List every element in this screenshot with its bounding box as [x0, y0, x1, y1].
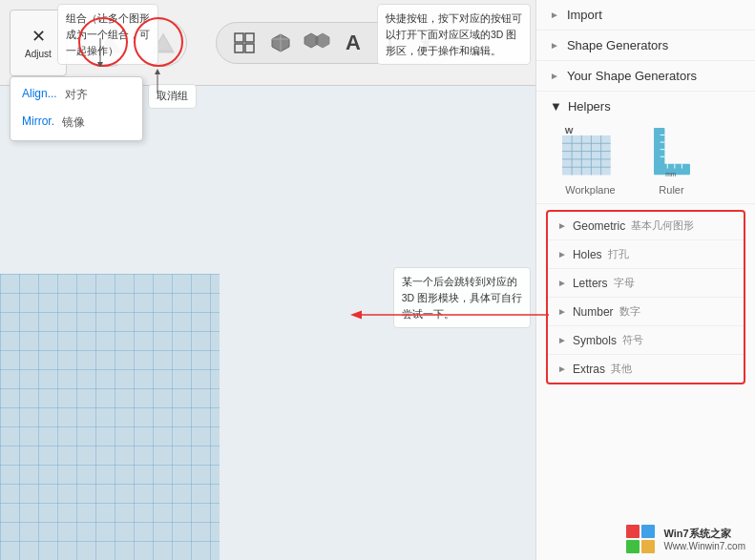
import-section[interactable]: ► Import	[536, 0, 755, 31]
watermark: Win7系统之家 Www.Winwin7.com	[625, 524, 745, 554]
ruler-icon-box: mm	[640, 123, 703, 180]
multi-cube-icon	[304, 31, 330, 54]
letters-label-en: Letters	[573, 277, 608, 290]
extras-label-cn: 其他	[611, 362, 632, 376]
holes-category[interactable]: ► Holes 打孔	[548, 240, 744, 269]
svg-rect-39	[641, 540, 655, 553]
helpers-arrow: ▼	[550, 99, 562, 114]
mirror-label-cn: 镜像	[62, 114, 85, 131]
ruler-icon: mm	[648, 126, 696, 178]
svg-rect-38	[626, 540, 640, 553]
svg-text:mm: mm	[665, 171, 677, 177]
number-category[interactable]: ► Number 数字	[548, 298, 744, 326]
cube-icon	[269, 31, 292, 54]
geometric-arrow: ►	[557, 220, 567, 231]
adjust-icon: ✕	[31, 26, 46, 47]
extras-category[interactable]: ► Extras 其他	[548, 355, 744, 383]
holes-arrow: ►	[557, 249, 567, 259]
your-shape-generators-arrow: ►	[550, 71, 559, 81]
letters-arrow: ►	[557, 278, 567, 288]
shape-generators-label: Shape Generators	[567, 38, 668, 52]
mirror-menu-item[interactable]: Mirror. 镜像	[10, 109, 142, 136]
svg-rect-13	[562, 135, 611, 175]
import-arrow: ►	[550, 10, 559, 20]
grid-view-button[interactable]	[230, 29, 259, 57]
number-label-en: Number	[573, 305, 614, 319]
shape-generators-arrow: ►	[550, 40, 559, 51]
watermark-site: Win7系统之家	[663, 527, 745, 541]
mirror-label-en: Mirror.	[22, 114, 54, 131]
ruler-label: Ruler	[659, 184, 683, 196]
helpers-label: Helpers	[568, 99, 611, 114]
group-annotation-text: 组合（让多个图形成为一个组合，可一起操作）	[66, 12, 150, 56]
letters-label-cn: 字母	[614, 276, 635, 290]
shape-generators-section[interactable]: ► Shape Generators	[536, 31, 755, 61]
symbols-arrow: ►	[557, 335, 567, 345]
geometric-label-en: Geometric	[573, 219, 625, 233]
geometric-category[interactable]: ► Geometric 基本几何图形	[548, 212, 744, 240]
helpers-title[interactable]: ▼ Helpers	[550, 99, 742, 114]
background-grid	[0, 274, 220, 560]
your-shape-generators-section[interactable]: ► Your Shape Generators	[536, 61, 755, 92]
number-label-cn: 数字	[619, 304, 640, 319]
svg-rect-5	[245, 33, 254, 42]
text-button[interactable]: A	[339, 29, 367, 57]
number-arrow: ►	[557, 306, 567, 317]
grid-icon	[233, 31, 256, 54]
holes-label-cn: 打孔	[608, 247, 629, 261]
helpers-section: ▼ Helpers	[536, 92, 755, 204]
side-panel: ► Import ► Shape Generators ► Your Shape…	[535, 0, 755, 560]
jump-annotation: 某一个后会跳转到对应的3D 图形模块，具体可自行尝试一下。	[393, 267, 531, 328]
workplane-item[interactable]: W Workplane	[559, 123, 621, 196]
align-label-cn: 对齐	[65, 87, 88, 103]
extras-arrow: ►	[557, 363, 567, 374]
adjust-dropdown: Align... 对齐 Mirror. 镜像	[10, 76, 143, 141]
extras-label-en: Extras	[573, 363, 605, 376]
symbols-label-en: Symbols	[573, 334, 617, 347]
ruler-item[interactable]: mm Ruler	[640, 123, 703, 196]
holes-label-en: Holes	[573, 248, 602, 261]
quickbar-annotation: 快捷按钮，按下对应的按钮可以打开下面对应区域的3D 图形区，便于操作和编辑。	[377, 4, 531, 65]
ungroup-annotation: 取消组	[148, 84, 197, 109]
workplane-icon: W	[562, 126, 619, 178]
symbols-label-cn: 符号	[622, 333, 643, 347]
cube-button[interactable]	[266, 29, 295, 57]
watermark-url: Www.Winwin7.com	[663, 541, 745, 551]
workplane-icon-box: W	[559, 123, 621, 180]
svg-marker-12	[316, 33, 329, 48]
your-shape-generators-label: Your Shape Generators	[567, 69, 697, 83]
workplane-label: Workplane	[565, 184, 615, 196]
watermark-text-block: Win7系统之家 Www.Winwin7.com	[663, 527, 745, 551]
adjust-label: Adjust	[25, 49, 52, 59]
svg-text:W: W	[564, 126, 573, 135]
letters-category[interactable]: ► Letters 字母	[548, 269, 744, 298]
multi-cube-button[interactable]	[303, 29, 331, 57]
symbols-category[interactable]: ► Symbols 符号	[548, 326, 744, 355]
group-annotation: 组合（让多个图形成为一个组合，可一起操作）	[57, 4, 158, 65]
categories-section: ► Geometric 基本几何图形 ► Holes 打孔 ► Letters …	[546, 210, 745, 384]
geometric-label-cn: 基本几何图形	[631, 218, 694, 233]
svg-rect-7	[245, 44, 254, 52]
align-menu-item[interactable]: Align... 对齐	[10, 81, 142, 109]
watermark-logo-icon	[625, 524, 656, 554]
svg-rect-37	[641, 525, 655, 538]
import-label: Import	[567, 8, 602, 22]
svg-rect-4	[235, 33, 243, 42]
ungroup-label-text: 取消组	[157, 90, 188, 101]
svg-rect-36	[626, 525, 640, 538]
align-label-en: Align...	[22, 87, 57, 103]
helpers-icons: W Workplane	[550, 123, 742, 196]
svg-rect-6	[235, 44, 243, 52]
